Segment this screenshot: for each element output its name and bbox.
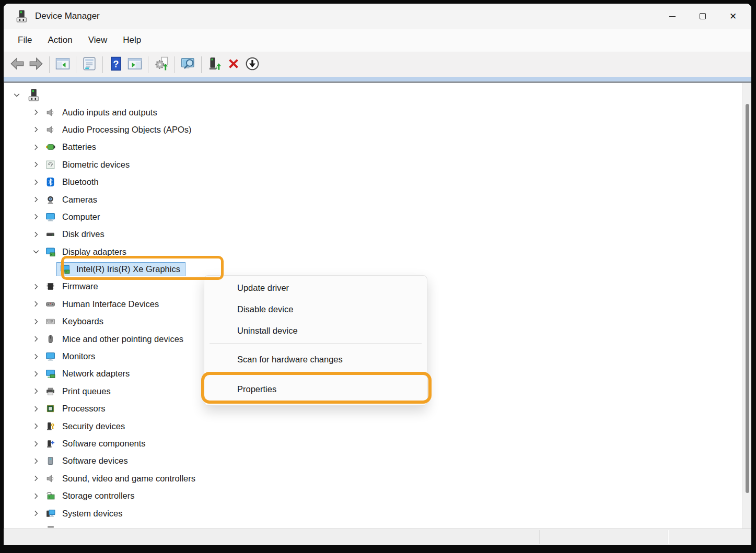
- minimize-button[interactable]: [657, 4, 688, 29]
- vertical-scrollbar[interactable]: [742, 83, 751, 528]
- chevron-right-icon[interactable]: [31, 473, 41, 484]
- chevron-right-icon[interactable]: [31, 316, 41, 327]
- tree-item-software-devices[interactable]: Software devices: [4, 452, 751, 469]
- tree-item-display-adapters[interactable]: Display adapters: [4, 243, 751, 261]
- tree-item-label: Network adapters: [62, 369, 130, 379]
- battery-icon: [45, 142, 55, 152]
- context-menu: Update driverDisable deviceUninstall dev…: [204, 275, 427, 406]
- chevron-right-icon[interactable]: [31, 107, 41, 117]
- svg-text:?: ?: [113, 58, 119, 69]
- context-menu-item-uninstall-device[interactable]: Uninstall device: [204, 320, 427, 342]
- tree-item-label: Batteries: [62, 142, 96, 152]
- chevron-right-icon[interactable]: [31, 386, 41, 396]
- chevron-right-icon[interactable]: [31, 159, 41, 170]
- speaker-icon: [45, 474, 55, 484]
- tree-item-label: Print queues: [62, 386, 111, 396]
- software-device-icon: [45, 456, 55, 466]
- toolbar-back-arrow-button[interactable]: [8, 55, 27, 74]
- tree-item-computer[interactable]: Computer: [4, 208, 751, 226]
- chevron-right-icon[interactable]: [31, 491, 41, 501]
- chevron-right-icon[interactable]: [31, 281, 41, 292]
- chevron-right-icon[interactable]: [31, 211, 41, 222]
- disk-icon: [45, 229, 55, 239]
- chevron-right-icon[interactable]: [31, 177, 41, 187]
- menu-view[interactable]: View: [80, 31, 115, 49]
- toolbar-device-up-button[interactable]: [205, 55, 224, 74]
- tree-item-label: Mice and other pointing devices: [62, 334, 183, 344]
- tree-item-disk-drives[interactable]: Disk drives: [4, 226, 751, 243]
- tree-item-software-components[interactable]: Software components: [4, 435, 751, 452]
- tree-item-batteries[interactable]: Batteries: [4, 138, 751, 156]
- tree-item-label: Disk drives: [62, 229, 104, 239]
- chevron-right-icon[interactable]: [31, 456, 41, 466]
- tree-item-bluetooth[interactable]: Bluetooth: [4, 173, 751, 191]
- context-menu-item-disable-device[interactable]: Disable device: [204, 299, 427, 320]
- software-component-icon: [45, 439, 55, 449]
- tree-item-cameras[interactable]: Cameras: [4, 191, 751, 208]
- status-bar-divider: [539, 530, 540, 544]
- chevron-right-icon[interactable]: [31, 194, 41, 205]
- context-menu-item-update-driver[interactable]: Update driver: [204, 277, 427, 299]
- menu-bar: FileActionViewHelp: [4, 29, 751, 52]
- chevron-right-icon[interactable]: [31, 142, 41, 152]
- chevron-right-icon[interactable]: [31, 334, 41, 344]
- tree-item-root[interactable]: [4, 86, 751, 103]
- chevron-down-icon[interactable]: [11, 90, 22, 100]
- toolbar-gear-update-button[interactable]: [152, 55, 171, 74]
- camera-icon: [45, 195, 55, 205]
- device-manager-app-icon: [15, 9, 28, 23]
- tree-item-clipped-row[interactable]: [4, 522, 751, 528]
- tree-item-label: Monitors: [62, 351, 95, 361]
- selected-item-highlight[interactable]: Intel(R) Iris(R) Xe Graphics: [56, 262, 185, 276]
- tree-item-system-devices[interactable]: System devices: [4, 504, 751, 522]
- chevron-right-icon[interactable]: [31, 124, 41, 135]
- chip-icon: [45, 281, 55, 291]
- chevron-right-icon[interactable]: [31, 299, 41, 309]
- toolbar-console-tree-panel-button[interactable]: [53, 55, 72, 74]
- gear-update-icon: [154, 56, 169, 73]
- tree-item-label: Storage controllers: [62, 491, 135, 501]
- toolbar-separator: [201, 56, 202, 73]
- chevron-right-icon[interactable]: [31, 404, 41, 414]
- toolbar: ?: [4, 52, 751, 77]
- context-menu-item-scan-for-hardware-changes[interactable]: Scan for hardware changes: [204, 349, 427, 370]
- tree-item-storage-controllers[interactable]: Storage controllers: [4, 487, 751, 504]
- chevron-right-icon[interactable]: [31, 421, 41, 431]
- menu-file[interactable]: File: [10, 31, 40, 49]
- toolbar-forward-arrow-button[interactable]: [27, 55, 45, 74]
- tree-item-audio-inputs-and-outputs[interactable]: Audio inputs and outputs: [4, 103, 751, 121]
- toolbar-delete-x-button[interactable]: [224, 55, 243, 74]
- tree-item-sound-video-and-game-controllers[interactable]: Sound, video and game controllers: [4, 470, 751, 487]
- chevron-right-icon[interactable]: [31, 439, 41, 449]
- toolbar-disable-down-button[interactable]: [243, 55, 262, 74]
- toolbar-properties-panel-button[interactable]: [80, 55, 99, 74]
- menu-help[interactable]: Help: [115, 31, 149, 49]
- chevron-right-icon[interactable]: [31, 229, 41, 240]
- context-menu-item-properties[interactable]: Properties: [204, 379, 427, 400]
- chevron-right-icon[interactable]: [31, 351, 41, 362]
- scrollbar-thumb[interactable]: [746, 104, 749, 493]
- tree-item-biometric-devices[interactable]: Biometric devices: [4, 156, 751, 173]
- action-pane-panel-icon: [127, 56, 142, 73]
- tree-item-label: Sound, video and game controllers: [62, 474, 195, 484]
- tree-item-label: Cameras: [62, 195, 97, 205]
- status-bar-divider: [668, 530, 669, 544]
- tree-item-label: Biometric devices: [62, 160, 130, 170]
- maximize-button[interactable]: [688, 4, 718, 29]
- chevron-right-icon[interactable]: [31, 369, 41, 379]
- tree-item-label: Processors: [62, 404, 106, 414]
- chevron-down-icon[interactable]: [31, 246, 41, 257]
- help-icon: ?: [109, 56, 123, 73]
- disable-down-icon: [245, 56, 260, 73]
- toolbar-help-button[interactable]: ?: [107, 55, 125, 74]
- menu-action[interactable]: Action: [40, 31, 80, 49]
- chevron-right-icon[interactable]: [31, 508, 41, 519]
- tree-item-audio-processing-objects-apos[interactable]: Audio Processing Objects (APOs): [4, 121, 751, 138]
- tree-item-security-devices[interactable]: Security devices: [4, 417, 751, 434]
- title-bar: Device Manager ✕: [4, 4, 751, 29]
- close-button[interactable]: ✕: [718, 4, 748, 29]
- cpu-icon: [45, 404, 55, 414]
- toolbar-action-pane-panel-button[interactable]: [125, 55, 144, 74]
- tree-item-label: Display adapters: [62, 247, 126, 257]
- toolbar-monitor-search-button[interactable]: [179, 55, 197, 74]
